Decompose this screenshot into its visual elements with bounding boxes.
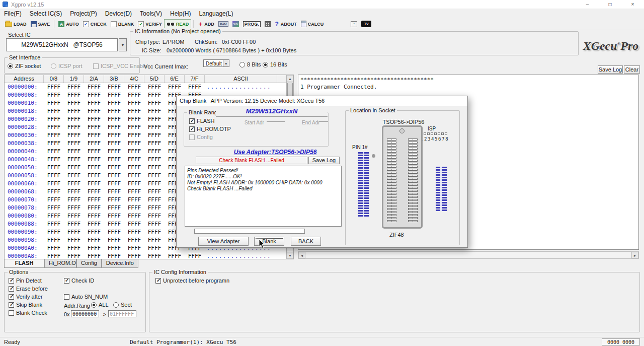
set-interface-group: Set Interface ZIF socket ICSP port ICSP_… (4, 57, 140, 74)
toolbar-tv-button[interactable]: TV (359, 19, 373, 29)
maximize-button[interactable]: □ (599, 0, 621, 9)
log-horizontal-scrollbar[interactable]: ◄ ► (298, 251, 639, 259)
menu-item-languagel[interactable]: Language(L) (195, 9, 237, 18)
zif-socket-graphic (382, 125, 423, 229)
tab-hi_romotp[interactable]: Hi_ROM.OTP (44, 259, 76, 268)
toolbar-sn-button[interactable]: S/N (230, 19, 241, 29)
hex-cell: FFFF (44, 123, 64, 131)
toolbar-about-button[interactable]: ?ABOUT (273, 19, 299, 29)
save-log-button[interactable]: Save Log (598, 65, 623, 74)
socket-slot-column-right (408, 139, 418, 223)
hex-column-header: Address (5, 75, 44, 83)
addr-range-all-radio[interactable]: ALL (91, 302, 109, 308)
pin-bar (358, 205, 369, 206)
isp-pin-square (427, 132, 430, 135)
socket-slot (387, 139, 396, 141)
blank-check-checkbox[interactable]: Blank Check (9, 310, 47, 316)
hex-cell: FFFF (144, 115, 165, 123)
dialog-log: Pins Detected Passed!ID: 0x0020 227E....… (185, 166, 342, 227)
range-to-input[interactable] (108, 310, 136, 317)
flash-checkbox[interactable]: FLASH (189, 118, 214, 124)
table-row[interactable]: 000000A8:FFFFFFFFFFFFFFFFFFFFFFFFFFFFFFF… (5, 252, 286, 259)
hex-cell: FFFF (44, 156, 64, 164)
row-address: 00000090: (5, 228, 44, 236)
socket-slot (408, 220, 418, 222)
toolbar-load-label: LOAD (14, 22, 27, 27)
menu-item-filef[interactable]: File(F) (0, 9, 26, 18)
verify-after-checkbox[interactable]: Verify after (9, 294, 43, 300)
bits16-radio[interactable]: 16 Bits (263, 61, 287, 67)
auto-sn-checkbox[interactable]: Auto SN_NUM (64, 294, 108, 300)
addr-range-label: Addr.Rang (64, 303, 90, 309)
tab-config[interactable]: Config (76, 259, 102, 268)
tab-flash[interactable]: FLASH (4, 259, 44, 268)
check-id-checkbox[interactable]: Check ID (64, 278, 94, 284)
close-button[interactable]: × (621, 0, 644, 9)
bits8-radio[interactable]: 8 Bits (239, 61, 261, 67)
tab-deviceinfo[interactable]: Device.Info (102, 259, 138, 268)
table-row[interactable]: 00000000:FFFFFFFFFFFFFFFFFFFFFFFFFFFFFFF… (5, 83, 286, 91)
socket-slot (408, 148, 418, 150)
toolbar-auto-button[interactable]: AAUTO (56, 19, 80, 29)
pin-detect-checkbox[interactable]: Pin Detect (9, 278, 42, 284)
range-from-input[interactable] (71, 310, 99, 317)
scroll-down-icon[interactable]: ▼ (287, 252, 293, 259)
toolbar-verify-button[interactable]: ✓VERIFY (136, 19, 164, 29)
config-checkbox[interactable]: Config (189, 134, 213, 140)
toolbar-multi-button[interactable] (263, 19, 273, 29)
socket-slot (408, 205, 418, 207)
ic-size-value: 0x2000000 Words ( 67108864 Bytes ) + 0x1… (167, 47, 296, 53)
status-counter: 0000 0000 (602, 338, 640, 345)
toolbar-logic-button[interactable]: ÷ (349, 19, 359, 29)
pin-bar (358, 170, 369, 171)
unprotect-checkbox[interactable]: Unprotect before programn (155, 278, 229, 284)
toolbar-load-button[interactable]: LOAD (3, 19, 29, 29)
hex-cell: FFFF (104, 244, 124, 252)
scroll-right-icon[interactable]: ► (631, 252, 638, 258)
pin-bar (436, 192, 447, 193)
zif-socket-radio[interactable]: ZIF socket (8, 63, 41, 69)
start-adr-field[interactable] (267, 117, 285, 122)
erase-before-checkbox[interactable]: Erase before (9, 286, 48, 292)
menu-item-selectics[interactable]: Select IC(S) (26, 9, 66, 18)
toolbar-save-button[interactable]: SAVE (29, 19, 52, 29)
addr-range-sect-radio[interactable]: Sect (113, 302, 132, 308)
dialog-save-log-button[interactable]: Save Log (308, 157, 340, 164)
view-adapter-button[interactable]: View Adapter (198, 237, 249, 246)
scroll-up-icon[interactable]: ▲ (287, 75, 293, 82)
hex-cell: FFFF (144, 107, 165, 115)
menu-item-toolsv[interactable]: Tools(V) (136, 9, 166, 18)
toolbar-calcu-button[interactable]: CALCU (299, 19, 326, 29)
back-button[interactable]: BACK (291, 237, 321, 246)
row-address: 00000000: (5, 83, 44, 91)
clear-button[interactable]: Clear (624, 65, 640, 74)
select-ic-dropdown-button[interactable]: ▼ (119, 38, 127, 51)
minimize-button[interactable]: – (576, 0, 599, 9)
socket-screw-icon (399, 128, 405, 133)
toolbar-ram-button[interactable]: RAM (216, 19, 230, 29)
hex-cell: FFFF (44, 252, 64, 259)
toolbar-check-button[interactable]: ✓CHECK (81, 19, 109, 29)
icsp-port-radio[interactable]: ICSP port (51, 63, 83, 69)
icsp-vcc-checkbox[interactable]: ICSP_VCC Enable (93, 63, 147, 69)
toolbar-prog-button[interactable]: PROG. (241, 19, 263, 29)
vcc-imax-dropdown[interactable]: Default▼ (203, 59, 229, 67)
toolbar-read-button[interactable]: READ (164, 19, 192, 29)
scroll-left-icon[interactable]: ◄ (298, 252, 305, 258)
skip-blank-checkbox[interactable]: Skip Blank (9, 302, 42, 308)
hi-rom-checkbox[interactable]: Hi_ROM.OTP (189, 126, 231, 132)
toolbar-add-button[interactable]: +ADD (196, 19, 216, 29)
toolbar-blank-button[interactable]: BLANK (109, 19, 136, 29)
menu-item-projectp[interactable]: Project(P) (66, 9, 101, 18)
menu-item-deviced[interactable]: Device(D) (101, 9, 136, 18)
pin-bar (358, 195, 369, 196)
end-adr-field[interactable] (319, 117, 328, 122)
hex-cell: FFFF (144, 172, 165, 180)
select-ic-combobox[interactable]: M29W512GHxxN @TSOP56 (6, 38, 118, 51)
pin-bar (358, 162, 369, 164)
socket-slot (408, 202, 418, 204)
hex-cell: FFFF (124, 91, 144, 99)
hex-cell: FFFF (104, 131, 124, 140)
hex-cell: FFFF (44, 107, 64, 115)
menu-item-helph[interactable]: Help(H) (166, 9, 195, 18)
